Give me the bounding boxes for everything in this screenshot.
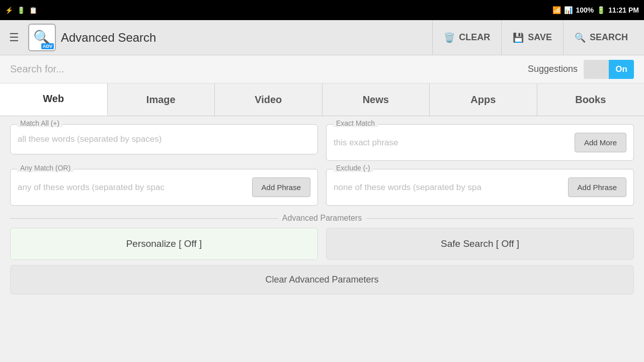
- toolbar: ☰ 🔍 ADV Advanced Search 🗑️ CLEAR 💾 SAVE …: [0, 20, 644, 55]
- advanced-params-section: Advanced Parameters Personalize [ Off ] …: [10, 214, 634, 295]
- search-button[interactable]: 🔍 SEARCH: [563, 20, 639, 55]
- toggle-on-side: On: [609, 60, 634, 79]
- search-for-label: Search for...: [10, 63, 64, 75]
- match-all-input[interactable]: [18, 134, 310, 144]
- clear-button[interactable]: 🗑️ CLEAR: [432, 20, 501, 55]
- page-title: Advanced Search: [61, 31, 156, 45]
- suggestions-area: Suggestions On: [528, 60, 634, 79]
- match-all-box: [10, 124, 318, 154]
- param-buttons-row: Personalize [ Off ] Safe Search [ Off ]: [10, 228, 634, 260]
- exclude-group: Exclude (-) Add Phrase: [326, 169, 634, 206]
- battery-icon: 🔋: [597, 6, 605, 14]
- magnifier-icon: 🔍: [575, 32, 586, 43]
- section-header: Advanced Parameters: [10, 214, 634, 223]
- status-bar: ⚡ 🔋 📋 📶 📊 100% 🔋 11:21 PM: [0, 0, 644, 20]
- tab-books[interactable]: Books: [537, 83, 645, 116]
- exclude-box: Add Phrase: [326, 169, 634, 206]
- tab-web[interactable]: Web: [0, 83, 108, 116]
- menu-button[interactable]: ☰: [5, 31, 23, 44]
- tab-video[interactable]: Video: [215, 83, 323, 116]
- tabs-bar: Web Image Video News Apps Books: [0, 83, 644, 116]
- advanced-params-label: Advanced Parameters: [278, 214, 366, 223]
- suggestions-toggle[interactable]: On: [584, 60, 634, 79]
- toggle-off-side: [584, 60, 609, 79]
- match-all-label: Match All (+): [17, 119, 62, 127]
- exclude-input[interactable]: [334, 183, 564, 193]
- battery-small: 🔋: [17, 7, 25, 14]
- toolbar-actions: 🗑️ CLEAR 💾 SAVE 🔍 SEARCH: [432, 20, 639, 55]
- save-button[interactable]: 💾 SAVE: [501, 20, 563, 55]
- search-for-bar: Search for... Suggestions On: [0, 55, 644, 83]
- app-icon: 🔍 ADV: [28, 24, 56, 51]
- status-left: ⚡ 🔋 📋: [5, 7, 37, 14]
- exact-match-box: Add More: [326, 124, 634, 161]
- wifi-icon: 📶: [552, 6, 561, 14]
- signal-bars: 📊: [564, 6, 573, 14]
- app-badge: ADV: [41, 43, 54, 49]
- any-match-input[interactable]: [18, 183, 248, 193]
- exclude-label: Exclude (-): [333, 164, 373, 172]
- any-match-group: Any Match (OR) Add Phrase: [10, 169, 318, 206]
- section-line-right: [366, 218, 634, 219]
- clear-params-button[interactable]: Clear Advanced Parameters: [10, 265, 634, 295]
- trash-icon: 🗑️: [444, 32, 455, 43]
- content-area: Match All (+) Exact Match Add More Any M…: [0, 116, 644, 303]
- tab-news[interactable]: News: [323, 83, 430, 116]
- any-match-box: Add Phrase: [10, 169, 318, 206]
- exact-match-group: Exact Match Add More: [326, 124, 634, 161]
- field-row-2: Any Match (OR) Add Phrase Exclude (-) Ad…: [10, 169, 634, 206]
- any-match-label: Any Match (OR): [17, 164, 73, 172]
- add-more-button[interactable]: Add More: [575, 133, 626, 152]
- tab-image[interactable]: Image: [108, 83, 215, 116]
- status-right: 📶 📊 100% 🔋 11:21 PM: [552, 6, 639, 14]
- section-line-left: [10, 218, 278, 219]
- save-icon: 💾: [513, 32, 524, 43]
- sim-icon: 📋: [29, 7, 37, 14]
- field-row-1: Match All (+) Exact Match Add More: [10, 124, 634, 161]
- any-match-add-phrase-button[interactable]: Add Phrase: [252, 177, 310, 197]
- personalize-button[interactable]: Personalize [ Off ]: [10, 228, 318, 260]
- tab-apps[interactable]: Apps: [430, 83, 537, 116]
- suggestions-label: Suggestions: [528, 64, 578, 74]
- exact-match-label: Exact Match: [333, 119, 378, 127]
- usb-icon: ⚡: [5, 7, 13, 14]
- safe-search-button[interactable]: Safe Search [ Off ]: [326, 228, 634, 260]
- match-all-group: Match All (+): [10, 124, 318, 161]
- battery-percent: 100%: [576, 6, 594, 14]
- toolbar-left: 🔍 ADV Advanced Search: [28, 24, 427, 51]
- exact-match-input[interactable]: [334, 138, 571, 148]
- exclude-add-phrase-button[interactable]: Add Phrase: [568, 177, 626, 197]
- time: 11:21 PM: [608, 6, 639, 14]
